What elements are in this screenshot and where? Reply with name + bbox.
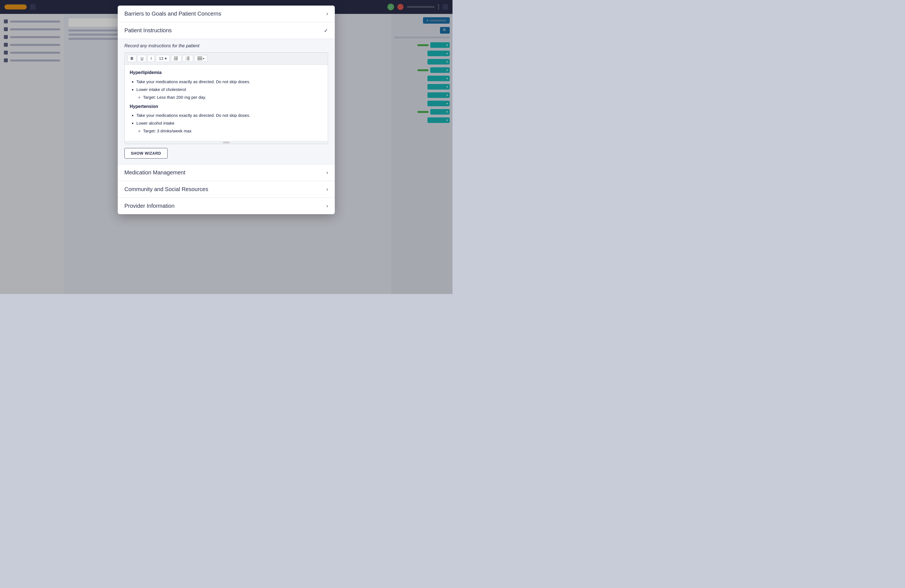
svg-rect-14 (197, 60, 202, 60)
svg-rect-7 (187, 58, 189, 59)
list-item: Take your medications exactly as directe… (137, 112, 323, 119)
provider-information-chevron-icon: › (326, 203, 328, 209)
medication-management-chevron-icon: › (326, 170, 328, 176)
section-heading-hyperlipidemia: Hyperlipidemia (130, 69, 323, 76)
patient-instructions-body: Record any instructions for the patient … (118, 39, 335, 164)
svg-point-5 (174, 60, 175, 60)
svg-rect-12 (197, 57, 202, 57)
list-item: Lower alcohol intake Target: 3 drinks/we… (137, 120, 323, 134)
resize-handle[interactable] (125, 141, 328, 144)
provider-information-title: Provider Information (124, 203, 175, 209)
medication-management-title: Medication Management (124, 170, 185, 176)
patient-instructions-header[interactable]: Patient Instructions ✓ (118, 22, 335, 39)
list-item: Lower intake of cholesterol Target: Less… (137, 86, 323, 101)
svg-rect-2 (175, 60, 178, 60)
rich-text-editor[interactable]: B U I 13 ▾ (124, 52, 328, 144)
handle-lines (223, 142, 230, 143)
handle-line (223, 142, 230, 143)
rte-toolbar: B U I 13 ▾ (125, 52, 328, 65)
instruction-label: Record any instructions for the patient (124, 43, 328, 48)
svg-rect-1 (175, 58, 178, 59)
hypertension-list: Take your medications exactly as directe… (130, 112, 323, 134)
sub-list-item: Target: Less than 200 mg per day. (143, 94, 323, 101)
barriers-chevron-icon: › (326, 11, 328, 17)
modal-dialog: Barriers to Goals and Patient Concerns ›… (118, 6, 335, 214)
bullet-list-button[interactable] (171, 55, 181, 62)
list-item: Take your medications exactly as directe… (137, 78, 323, 85)
sub-list: Target: Less than 200 mg per day. (137, 94, 323, 101)
patient-instructions-chevron-icon: ✓ (324, 27, 328, 34)
svg-point-4 (174, 58, 175, 59)
medication-management-header[interactable]: Medication Management › (118, 164, 335, 181)
sub-list-item: Target: 3 drinks/week max (143, 128, 323, 134)
sub-list: Target: 3 drinks/week max (137, 128, 323, 134)
show-wizard-button[interactable]: SHOW WIZARD (124, 148, 168, 158)
community-social-title: Community and Social Resources (124, 186, 208, 192)
barriers-title: Barriers to Goals and Patient Concerns (124, 11, 221, 17)
hyperlipidemia-list: Take your medications exactly as directe… (130, 78, 323, 101)
patient-instructions-title: Patient Instructions (124, 27, 172, 34)
patient-instructions-section: Patient Instructions ✓ Record any instru… (118, 22, 335, 164)
barriers-section-header[interactable]: Barriers to Goals and Patient Concerns › (118, 6, 335, 22)
italic-button[interactable]: I (148, 55, 155, 62)
modal-overlay: Barriers to Goals and Patient Concerns ›… (0, 0, 452, 294)
font-size-value: 13 (159, 56, 164, 61)
svg-rect-0 (175, 57, 178, 57)
bold-button[interactable]: B (127, 55, 137, 62)
underline-button[interactable]: U (138, 55, 146, 62)
align-arrow-icon: ▾ (203, 57, 204, 60)
rte-content-area[interactable]: Hyperlipidemia Take your medications exa… (125, 65, 328, 141)
community-social-header[interactable]: Community and Social Resources › (118, 181, 335, 198)
svg-rect-13 (197, 58, 202, 59)
provider-information-header[interactable]: Provider Information › (118, 198, 335, 214)
svg-text:3: 3 (186, 59, 186, 60)
section-heading-hypertension: Hypertension (130, 103, 323, 110)
svg-rect-8 (187, 60, 189, 60)
community-social-chevron-icon: › (326, 186, 328, 192)
svg-point-3 (174, 57, 175, 57)
ordered-list-button[interactable]: 1 2 3 (183, 55, 193, 62)
svg-rect-6 (187, 57, 189, 57)
handle-line (223, 143, 230, 144)
font-size-selector[interactable]: 13 ▾ (156, 55, 170, 62)
font-size-arrow-icon: ▾ (165, 56, 167, 61)
text-align-button[interactable]: ▾ (194, 55, 207, 62)
